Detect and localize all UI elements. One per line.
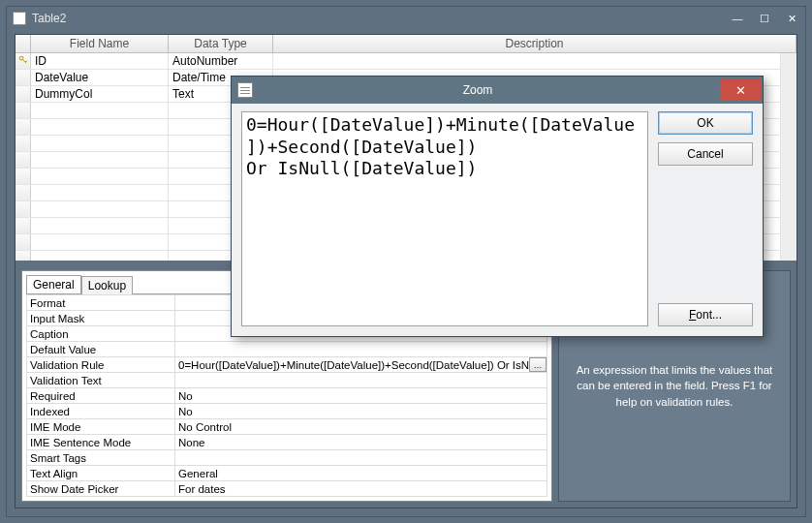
window-title: Table2: [32, 12, 66, 25]
field-name-cell[interactable]: [31, 201, 169, 217]
property-value[interactable]: General: [175, 466, 547, 480]
close-icon: ✕: [735, 83, 746, 98]
property-label: Text Align: [26, 466, 175, 480]
table-row[interactable]: IDAutoNumber: [16, 53, 781, 70]
field-name-cell[interactable]: DateValue: [31, 70, 169, 85]
zoom-dialog: Zoom ✕ OK Cancel Font...: [231, 76, 764, 337]
row-selector[interactable]: [16, 169, 31, 184]
property-value[interactable]: [175, 450, 547, 465]
property-label: Caption: [26, 326, 175, 341]
dialog-title-bar[interactable]: Zoom ✕: [232, 77, 763, 104]
row-selector[interactable]: [16, 70, 31, 85]
dialog-title: Zoom: [237, 83, 718, 97]
property-row[interactable]: Smart Tags: [26, 450, 547, 466]
table-icon: [13, 12, 26, 25]
field-name-cell[interactable]: [31, 103, 169, 118]
property-value[interactable]: No: [175, 404, 547, 418]
field-name-cell[interactable]: DummyCol: [31, 86, 169, 102]
property-label: Show Date Picker: [26, 481, 175, 496]
field-name-cell[interactable]: [31, 218, 169, 233]
property-row[interactable]: Text AlignGeneral: [26, 466, 547, 481]
field-name-cell[interactable]: [31, 169, 169, 184]
close-button[interactable]: ✕: [778, 9, 805, 28]
property-label: IME Mode: [26, 419, 175, 434]
row-selector[interactable]: [16, 201, 31, 217]
property-label: Validation Text: [26, 373, 175, 387]
field-name-cell[interactable]: [31, 119, 169, 135]
data-type-cell[interactable]: AutoNumber: [169, 53, 273, 69]
property-row[interactable]: Validation Text: [26, 373, 547, 388]
property-label: Input Mask: [26, 311, 175, 325]
row-selector[interactable]: [16, 234, 31, 250]
property-value[interactable]: No: [175, 388, 547, 403]
window-title-bar[interactable]: Table2 — ☐ ✕: [7, 7, 805, 30]
data-type-header[interactable]: Data Type: [169, 35, 273, 52]
field-name-cell[interactable]: [31, 251, 169, 262]
tab-lookup[interactable]: Lookup: [81, 276, 133, 294]
row-selector[interactable]: [16, 218, 31, 233]
dialog-close-button[interactable]: ✕: [720, 79, 761, 101]
row-selector-header[interactable]: [16, 35, 31, 52]
property-label: Validation Rule: [26, 357, 175, 372]
field-name-cell[interactable]: ID: [31, 53, 169, 69]
property-row[interactable]: IME Sentence ModeNone: [26, 435, 547, 450]
property-row[interactable]: IndexedNo: [26, 404, 547, 419]
property-label: IME Sentence Mode: [26, 435, 175, 449]
property-row[interactable]: Default Value: [26, 342, 547, 357]
property-label: Default Value: [26, 342, 175, 356]
font-button[interactable]: Font...: [658, 303, 753, 326]
description-cell[interactable]: [273, 53, 781, 69]
property-label: Format: [26, 295, 175, 310]
cancel-button[interactable]: Cancel: [658, 142, 753, 166]
form-icon: [237, 82, 253, 98]
property-value[interactable]: [175, 373, 547, 387]
tab-general[interactable]: General: [26, 275, 81, 293]
grid-header: Field Name Data Type Description: [16, 35, 796, 53]
property-label: Smart Tags: [26, 450, 175, 465]
ok-button[interactable]: OK: [658, 111, 753, 135]
help-text: An expression that limits the values tha…: [571, 362, 778, 409]
property-row[interactable]: Validation Rule0=Hour([DateValue])+Minut…: [26, 357, 547, 373]
field-name-cell[interactable]: [31, 136, 169, 151]
field-name-cell[interactable]: [31, 185, 169, 200]
row-selector[interactable]: [16, 86, 31, 102]
minimize-button[interactable]: —: [724, 9, 751, 28]
property-value[interactable]: No Control: [175, 419, 547, 434]
row-selector[interactable]: [16, 251, 31, 262]
field-name-cell[interactable]: [31, 234, 169, 250]
row-selector[interactable]: [16, 103, 31, 118]
maximize-button[interactable]: ☐: [751, 9, 778, 28]
property-row[interactable]: Show Date PickerFor dates: [26, 481, 547, 497]
description-header[interactable]: Description: [273, 35, 796, 52]
property-row[interactable]: IME ModeNo Control: [26, 419, 547, 435]
row-selector[interactable]: [16, 185, 31, 200]
property-label: Indexed: [26, 404, 175, 418]
primary-key-icon: [18, 54, 28, 68]
row-selector[interactable]: [16, 136, 31, 151]
field-name-header[interactable]: Field Name: [31, 35, 169, 52]
property-row[interactable]: RequiredNo: [26, 388, 547, 404]
row-selector[interactable]: [16, 152, 31, 168]
builder-button[interactable]: …: [529, 357, 547, 372]
zoom-textarea[interactable]: [241, 111, 648, 326]
property-value[interactable]: For dates: [175, 481, 547, 496]
property-value[interactable]: None: [175, 435, 547, 449]
field-name-cell[interactable]: [31, 152, 169, 168]
property-label: Required: [26, 388, 175, 403]
property-value[interactable]: [175, 342, 547, 356]
row-selector[interactable]: [16, 53, 31, 69]
row-selector[interactable]: [16, 119, 31, 135]
property-value[interactable]: 0=Hour([DateValue])+Minute([DateValue])+…: [175, 357, 547, 372]
